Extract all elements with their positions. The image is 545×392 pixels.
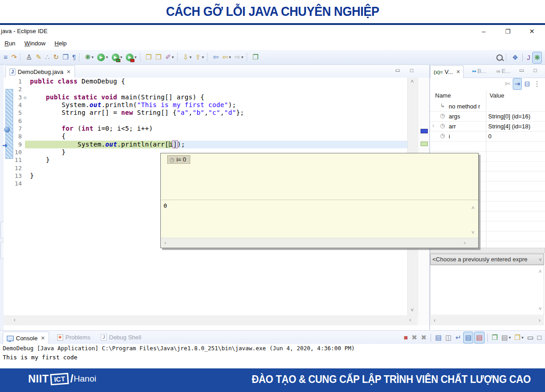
column-value[interactable]: Value: [490, 92, 504, 99]
scroll-down-icon[interactable]: ˅: [539, 306, 542, 312]
column-name[interactable]: Name: [435, 92, 451, 99]
mark-occurrences-icon[interactable]: ✎: [35, 52, 43, 63]
scroll-left-icon[interactable]: ‹: [14, 317, 15, 323]
variables-horizontal-scrollbar[interactable]: [430, 248, 545, 253]
open-element-icon[interactable]: ❐: [61, 52, 70, 63]
tab-console[interactable]: Console ✕: [3, 332, 49, 344]
menu-help[interactable]: Help: [50, 38, 71, 49]
word-wrap-icon[interactable]: ↵: [454, 332, 463, 343]
scroll-down-icon[interactable]: ˅: [411, 307, 414, 314]
fold-collapse-icon[interactable]: ⊖: [24, 94, 30, 102]
code-line-2[interactable]: 2: [4, 85, 407, 93]
open-perspective-icon[interactable]: ❖: [510, 52, 519, 63]
detail-horizontal-scrollbar[interactable]: ‹ ›: [430, 316, 544, 325]
menu-window[interactable]: Window: [20, 38, 50, 49]
tab-problems[interactable]: Problems: [57, 334, 90, 341]
scroll-left-icon[interactable]: ‹: [164, 240, 166, 246]
remove-all-launches-icon[interactable]: ✖: [420, 332, 428, 343]
team-sync-icon[interactable]: ∴: [44, 52, 51, 63]
restore-button[interactable]: ❐: [501, 26, 515, 37]
code-line-9[interactable]: 9 System.out.println(arr[i]);: [4, 141, 407, 148]
variable-row-no-method-r[interactable]: ↳no method r: [430, 102, 545, 112]
run-history-icon[interactable]: ≡: [2, 52, 9, 63]
variables-table-header[interactable]: Name Value: [430, 90, 545, 102]
maximize-view-icon[interactable]: □: [536, 332, 543, 343]
close-icon[interactable]: ✕: [66, 69, 70, 75]
open-console-icon[interactable]: ❒▾: [513, 332, 525, 343]
remove-launch-icon[interactable]: ✖: [410, 332, 419, 343]
breakpoint-icon[interactable]: [4, 127, 10, 132]
column-divider[interactable]: [486, 90, 486, 248]
scroll-right-icon[interactable]: ›: [539, 317, 540, 323]
tab-expressions[interactable]: ∞ E...: [496, 68, 510, 74]
close-icon[interactable]: ✕: [41, 335, 45, 341]
format-icon[interactable]: ✐▾: [164, 52, 175, 63]
minimize-view-icon[interactable]: ▭: [526, 332, 535, 343]
show-whitespace-icon[interactable]: ¶: [71, 52, 77, 63]
back-icon[interactable]: ⇦▾: [221, 52, 233, 63]
run-jar-icon[interactable]: ❒: [144, 52, 153, 63]
last-edit-location-icon[interactable]: ⇦: [212, 52, 220, 63]
menu-run[interactable]: Run: [0, 38, 20, 49]
current-line-marker[interactable]: [421, 142, 428, 146]
coverage-icon[interactable]: ▶▾: [110, 52, 124, 63]
scroll-down-icon[interactable]: ˅: [471, 230, 475, 236]
variable-row-args[interactable]: ◷argsString[0] (id=16): [430, 112, 545, 122]
line-number[interactable]: 12: [4, 164, 24, 172]
scroll-right-icon[interactable]: ›: [409, 317, 411, 323]
inspect-popup-selected-item[interactable]: ◷ i= 0: [167, 155, 190, 164]
java-perspective-icon[interactable]: J: [525, 52, 532, 63]
expression-detail-pane[interactable]: ˄ ˅: [430, 265, 544, 315]
scroll-up-icon[interactable]: ˄: [539, 269, 542, 275]
show-type-names-icon[interactable]: ✄: [503, 78, 512, 89]
tab-breakpoints[interactable]: ●● B...: [472, 68, 486, 74]
prev-annotation-icon[interactable]: ⇧▾: [194, 52, 205, 63]
code-line-8[interactable]: 8 {: [4, 132, 407, 140]
minimize-view-icon[interactable]: ▭: [519, 67, 524, 74]
show-stdout-icon[interactable]: ▤: [463, 332, 473, 343]
pin-console-icon[interactable]: ❐: [490, 332, 499, 343]
terminate-icon[interactable]: ■: [402, 332, 409, 343]
refresh-editor-icon[interactable]: ↻: [52, 52, 60, 63]
display-console-icon[interactable]: ▤▾: [500, 332, 512, 343]
console-output[interactable]: This is my first code: [0, 353, 545, 364]
minimize-editor-icon[interactable]: ▭: [395, 67, 400, 74]
scroll-up-icon[interactable]: ˄: [411, 78, 414, 85]
code-line-3[interactable]: 3⊖ public static void main(String[] args…: [4, 93, 407, 101]
chevron-down-icon[interactable]: ˅: [539, 257, 542, 262]
tab-debug-shell[interactable]: J Debug Shell: [101, 334, 141, 341]
pin-editor-icon[interactable]: ❐: [251, 52, 260, 63]
scroll-up-icon[interactable]: ˄: [471, 205, 475, 211]
scroll-right-icon[interactable]: ›: [464, 240, 466, 246]
show-stderr-icon[interactable]: ▤: [474, 332, 484, 343]
code-line-5[interactable]: 5 String arr[] = new String[] {"a","b","…: [4, 109, 407, 117]
close-icon[interactable]: ✕: [456, 69, 460, 75]
run-icon[interactable]: ▶▾: [96, 52, 109, 63]
code-line-1[interactable]: 1 public class DemoDebug {: [4, 78, 407, 85]
forward-icon[interactable]: ⇨▾: [233, 52, 245, 63]
editor-horizontal-scrollbar[interactable]: ‹ ›: [4, 315, 417, 325]
collapse-all-icon[interactable]: ⊟: [523, 78, 531, 89]
debug-perspective-icon[interactable]: ❋: [532, 52, 542, 64]
tab-variables[interactable]: (x)= V... ✕: [430, 65, 464, 78]
show-logical-structure-icon[interactable]: ⇥: [513, 78, 522, 90]
search-icon[interactable]: [495, 52, 504, 63]
variable-row-arr[interactable]: ›◷arrString[4] (id=18): [430, 122, 545, 132]
minimize-button[interactable]: –: [477, 26, 490, 37]
code-line-6[interactable]: 6: [4, 117, 407, 125]
close-button[interactable]: ✕: [525, 26, 539, 37]
next-annotation-icon[interactable]: ⇩▾: [182, 52, 193, 63]
breakpoint-marker[interactable]: [421, 129, 428, 133]
code-line-4[interactable]: 4 System.out.println("This is my first c…: [4, 101, 407, 109]
clear-console-icon[interactable]: ▤: [434, 332, 443, 343]
debug-icon[interactable]: ❋▾: [84, 52, 95, 63]
inspect-popup[interactable]: ◷ i= 0 0 ˄ ˅ ‹ ›: [160, 153, 479, 248]
line-number[interactable]: 1: [4, 78, 24, 85]
maximize-view-icon[interactable]: □: [534, 67, 537, 74]
code-line-7[interactable]: 7 for (int i=0; i<5; i++): [4, 125, 407, 132]
console-process-header[interactable]: DemoDebug [Java Application] C:\Program …: [0, 344, 545, 353]
external-tools-icon[interactable]: ▶▾: [124, 52, 138, 63]
scroll-lock-icon[interactable]: ◫: [444, 332, 453, 343]
inspect-popup-value[interactable]: 0: [164, 202, 167, 209]
variable-row-i[interactable]: ◷i0: [430, 132, 545, 142]
